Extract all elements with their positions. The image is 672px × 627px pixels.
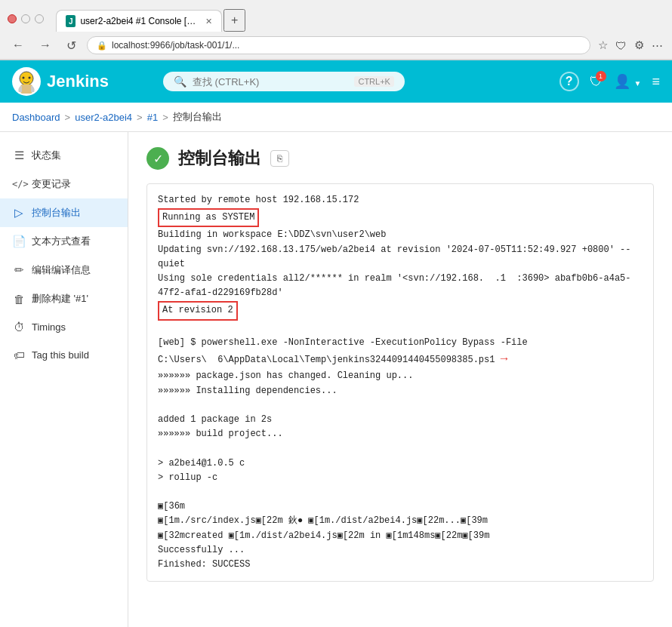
console-line-8: »»»»»» Installing dependencies... (158, 384, 643, 398)
extensions-btn[interactable]: ⚙ (633, 37, 646, 54)
shield-btn[interactable]: 🛡 (614, 38, 628, 54)
svg-rect-4 (20, 85, 32, 94)
breadcrumb-sep-1: > (65, 112, 71, 123)
svg-point-3 (29, 77, 31, 79)
jenkins-header: Jenkins 🔍 CTRL+K ? 🛡 1 👤 ▼ ≡ (0, 60, 672, 103)
console-line-0: Started by remote host 192.168.15.172 (158, 193, 643, 207)
back-button[interactable]: ← (8, 37, 29, 54)
address-text: localhost:9966/job/task-001/1/... (112, 40, 581, 51)
browser-toolbar: ← → ↺ 🔒 localhost:9966/job/task-001/1/..… (0, 32, 672, 60)
timings-icon: ⏱ (12, 321, 26, 333)
tag-icon: 🏷 (12, 349, 26, 361)
sidebar: ☰ 状态集 </> 变更记录 ▷ 控制台输出 📄 文本方式查看 ✏ 编辑编译信息… (0, 132, 128, 627)
jenkins-logo: Jenkins (12, 67, 109, 96)
close-window-btn[interactable] (8, 14, 17, 23)
textview-icon: 📄 (12, 235, 26, 248)
main-layout: ☰ 状态集 </> 变更记录 ▷ 控制台输出 📄 文本方式查看 ✏ 编辑编译信息… (0, 132, 672, 627)
status-icon: ☰ (12, 149, 26, 162)
changes-icon: </> (12, 179, 26, 189)
bookmark-btn[interactable]: ☆ (596, 37, 609, 54)
toolbar-icons: ☆ 🛡 ⚙ ⋯ (596, 37, 664, 54)
sidebar-item-tag[interactable]: 🏷 Tag this build (0, 341, 128, 369)
console-line-17: Finished: SUCCESS (158, 558, 643, 572)
main-menu-btn[interactable]: ≡ (652, 74, 660, 90)
help-button[interactable]: ? (559, 72, 579, 91)
sidebar-item-editinfo[interactable]: ✏ 编辑编译信息 (0, 256, 128, 284)
minimize-window-btn[interactable] (21, 14, 30, 23)
breadcrumb: Dashboard > user2-a2bei4 > #1 > 控制台输出 (0, 103, 672, 132)
edit-icon: ✏ (12, 263, 26, 277)
console-line-10: »»»»»» build project... (158, 427, 643, 441)
delete-icon: 🗑 (12, 293, 26, 306)
console-line-6: [web] $ powershell.exe -NonInteractive -… (158, 336, 643, 370)
sidebar-label-console: 控制台输出 (32, 206, 81, 220)
highlight-system: Running as SYSTEM (158, 208, 259, 227)
highlight-revision: At revision 2 (158, 301, 238, 320)
jenkins-avatar (12, 67, 41, 96)
console-line-1: Running as SYSTEM (158, 207, 643, 228)
user-icon: 👤 (614, 74, 630, 89)
console-line-5: At revision 2 (158, 300, 643, 321)
console-line-16: Successfully ... (158, 543, 643, 558)
sidebar-item-changes[interactable]: </> 变更记录 (0, 170, 128, 198)
page-title: 控制台输出 (178, 147, 261, 170)
breadcrumb-build[interactable]: #1 (147, 112, 158, 123)
sidebar-item-timings[interactable]: ⏱ Timings (0, 313, 128, 341)
sidebar-label-changes: 变更记录 (32, 177, 71, 191)
sidebar-label-status: 状态集 (32, 149, 61, 162)
active-tab[interactable]: J user2-a2bei4 #1 Console [Jenkin... ✕ (56, 10, 222, 32)
search-shortcut: CTRL+K (354, 76, 394, 87)
console-line-12: > rollup -c (158, 471, 643, 485)
svg-point-2 (23, 77, 25, 79)
tab-bar: J user2-a2bei4 #1 Console [Jenkin... ✕ + (48, 6, 253, 32)
title-bar: J user2-a2bei4 #1 Console [Jenkin... ✕ + (0, 0, 672, 32)
jenkins-search[interactable]: 🔍 CTRL+K (163, 72, 405, 91)
console-line-4: Using sole credentials all2/****** in re… (158, 272, 643, 300)
console-output: Started by remote host 192.168.15.172 Ru… (146, 183, 654, 582)
tab-title: user2-a2bei4 #1 Console [Jenkin... (80, 16, 198, 26)
sidebar-item-textview[interactable]: 📄 文本方式查看 (0, 227, 128, 256)
breadcrumb-current: 控制台输出 (173, 110, 222, 124)
breadcrumb-sep-2: > (137, 112, 143, 123)
new-tab-button[interactable]: + (223, 9, 245, 32)
shield-header-btn[interactable]: 🛡 1 (590, 74, 603, 90)
address-bar[interactable]: 🔒 localhost:9966/job/task-001/1/... (87, 36, 590, 54)
lock-icon: 🔒 (97, 41, 107, 51)
main-content: ✓ 控制台输出 ⎘ Started by remote host 192.168… (128, 132, 672, 627)
tab-favicon: J (66, 15, 76, 27)
forward-button[interactable]: → (35, 37, 56, 54)
console-line-7: »»»»»» package.json has changed. Cleanin… (158, 369, 643, 383)
sidebar-label-textview: 文本方式查看 (32, 235, 91, 248)
console-line-2: Building in workspace E:\DDZ\svn\user2\w… (158, 228, 643, 242)
sidebar-label-tag: Tag this build (32, 349, 89, 361)
dropdown-icon: ▼ (634, 79, 642, 88)
maximize-window-btn[interactable] (35, 14, 44, 23)
page-header: ✓ 控制台输出 ⎘ (146, 147, 654, 170)
sidebar-item-console[interactable]: ▷ 控制台输出 (0, 198, 128, 227)
console-line-3: Updating svn://192.168.13.175/web/a2bei4… (158, 243, 643, 272)
console-line-9: added 1 package in 2s (158, 413, 643, 427)
browser-chrome: J user2-a2bei4 #1 Console [Jenkin... ✕ +… (0, 0, 672, 60)
console-line-11: > a2bei4@1.0.5 c (158, 456, 643, 471)
refresh-button[interactable]: ↺ (62, 37, 81, 54)
breadcrumb-job[interactable]: user2-a2bei4 (75, 112, 132, 123)
sidebar-item-delete[interactable]: 🗑 删除构建 '#1' (0, 284, 128, 313)
sidebar-item-status[interactable]: ☰ 状态集 (0, 141, 128, 170)
sidebar-label-editinfo: 编辑编译信息 (32, 263, 91, 277)
tab-close-btn[interactable]: ✕ (205, 17, 212, 26)
jenkins-brand: Jenkins (47, 72, 109, 91)
shield-badge: 1 (596, 71, 606, 81)
menu-btn[interactable]: ⋯ (650, 37, 664, 54)
copy-button[interactable]: ⎘ (270, 150, 289, 167)
success-icon: ✓ (146, 147, 169, 170)
search-input[interactable] (193, 76, 349, 88)
breadcrumb-dashboard[interactable]: Dashboard (12, 112, 60, 123)
console-line-15: ▣[32mcreated ▣[1m./dist/a2bei4.js▣[22m i… (158, 529, 643, 543)
sidebar-label-timings: Timings (32, 321, 66, 333)
console-line-14: ▣[1m./src/index.js▣[22m 鈥● ▣[1m./dist/a2… (158, 514, 643, 528)
console-icon: ▷ (12, 206, 26, 220)
sidebar-label-delete: 删除构建 '#1' (32, 292, 88, 306)
console-line-13: ▣[36m (158, 499, 643, 514)
breadcrumb-sep-3: > (162, 112, 168, 123)
user-menu-btn[interactable]: 👤 ▼ (614, 73, 642, 90)
